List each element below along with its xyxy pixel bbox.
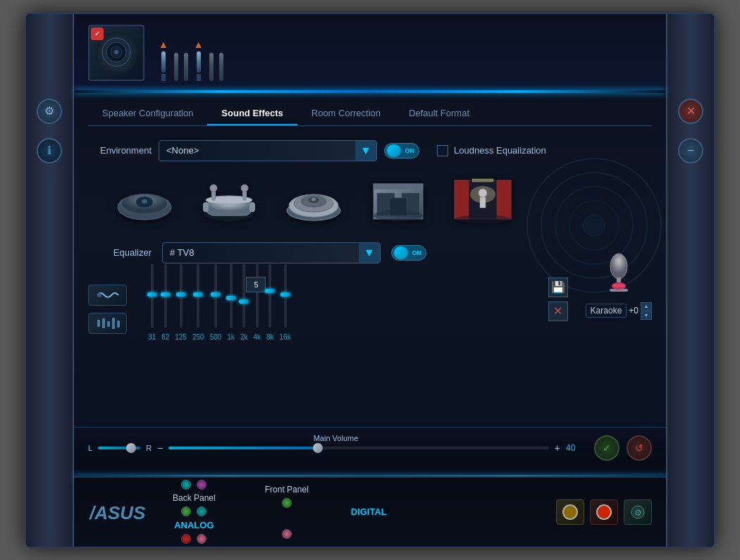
vol-slider-6[interactable] [219, 39, 223, 81]
eq-label-125: 125 [175, 333, 187, 341]
dot-teal-1 [181, 480, 191, 490]
environment-dropdown-arrow: ▼ [355, 141, 376, 161]
eq-track-8k [269, 264, 271, 328]
vol-reset-button[interactable]: ↺ [627, 435, 652, 461]
close-button[interactable]: ✕ [678, 99, 703, 124]
effect-room[interactable] [363, 172, 433, 228]
eq-guitar-btn[interactable] [88, 285, 127, 306]
svg-text:/ASUS: /ASUS [89, 502, 146, 523]
eq-band-16k[interactable]: 16k [280, 264, 291, 341]
info-button[interactable]: ℹ [37, 138, 62, 163]
eq-thumb-500 [211, 292, 221, 297]
br-btn-3[interactable]: ⚙ [624, 499, 652, 525]
vol-knob-1 [161, 51, 166, 73]
gear-button[interactable]: ⚙ [37, 99, 62, 124]
svg-point-28 [374, 210, 423, 221]
bottom-right-buttons: ⚙ [556, 499, 652, 525]
vol-knob-2 [174, 53, 178, 81]
tabs-bar: Speaker Configuration Sound Effects Room… [88, 102, 652, 126]
vol-slider-1[interactable]: ▲ [159, 39, 168, 81]
svg-point-22 [312, 198, 316, 201]
eq-band-250[interactable]: 250 [192, 264, 204, 341]
bottom-bar: /ASUS Back Panel ANALOG [74, 476, 666, 547]
vol-r-label: R [146, 444, 152, 452]
effect-plate[interactable] [278, 172, 349, 228]
eq-band-500[interactable]: 500 [210, 264, 222, 341]
dot-pink-2 [282, 529, 292, 539]
svg-rect-35 [472, 179, 493, 182]
svg-rect-42 [117, 321, 120, 328]
eq-delete-button[interactable]: ✕ [548, 301, 568, 321]
svg-rect-41 [112, 318, 115, 329]
vol-check-button[interactable]: ✓ [594, 435, 619, 461]
eq-track-62 [164, 264, 167, 328]
svg-point-36 [455, 215, 511, 223]
environment-dropdown[interactable]: <None> ▼ [159, 140, 377, 161]
vol-slider-5[interactable] [209, 39, 214, 81]
eq-band-8k[interactable]: 8k [266, 264, 274, 341]
karaoke-down-arrow[interactable]: ▼ [641, 311, 652, 320]
side-panel-right: ✕ − [666, 14, 714, 547]
eq-label-1k: 1k [227, 333, 235, 341]
vol-l-label: L [88, 444, 92, 452]
vol-slider-2[interactable] [174, 39, 178, 81]
eq-band-125[interactable]: 125 [175, 264, 187, 341]
vol-bottom-buttons: ✓ ↺ [594, 435, 652, 461]
effect-theater[interactable] [448, 172, 518, 228]
eq-label-250: 250 [192, 333, 204, 341]
eq-eq-btn[interactable] [88, 313, 127, 334]
eq-thumb-125 [176, 292, 186, 297]
eq-band-62[interactable]: 62 [161, 264, 169, 341]
eq-bands-container: 31 62 125 [148, 270, 538, 341]
back-panel-label: Back Panel [173, 493, 216, 503]
br-btn-1[interactable] [556, 499, 584, 525]
environment-value: <None> [166, 145, 199, 156]
br-btn-2[interactable] [590, 499, 618, 525]
vol-left-thumb[interactable] [126, 443, 136, 453]
svg-point-16 [241, 185, 248, 192]
vol-arrow-up-4: ▲ [194, 39, 204, 50]
tab-room-correction[interactable]: Room Correction [297, 102, 395, 125]
karaoke-stepper[interactable]: ▲ ▼ [641, 302, 652, 320]
eq-band-31[interactable]: 31 [148, 264, 156, 341]
dot-red-1 [181, 534, 191, 544]
environment-toggle-knob [387, 144, 401, 157]
vol-slider-3[interactable] [184, 39, 188, 81]
eq-bands: 31 62 125 [148, 270, 538, 341]
eq-track-2k [242, 264, 245, 328]
equalizer-dropdown[interactable]: # TV8 ▼ [162, 242, 381, 263]
dot-teal-2 [197, 506, 206, 516]
vol-value: 40 [566, 443, 584, 453]
analog-section: Back Panel ANALOG [173, 480, 216, 544]
eq-label-31: 31 [148, 333, 156, 341]
eq-band-4k[interactable]: 5 4k [253, 264, 261, 341]
analog-label: ANALOG [174, 520, 214, 530]
loudness-checkbox[interactable] [437, 145, 448, 156]
eq-band-1k[interactable]: 1k [227, 264, 235, 341]
eq-value-box: 5 [246, 277, 266, 292]
loudness-label: Loudness Equalization [454, 145, 546, 156]
effect-bathtub[interactable] [194, 172, 264, 228]
vol-main-bar[interactable] [168, 447, 549, 449]
loudness-checkbox-area: Loudness Equalization [437, 145, 546, 156]
speaker-icon [101, 37, 132, 68]
environment-toggle[interactable]: ON [384, 143, 419, 158]
tab-default-format[interactable]: Default Format [395, 102, 483, 125]
minimize-button[interactable]: − [678, 138, 703, 163]
tab-sound-effects[interactable]: Sound Effects [207, 102, 297, 125]
karaoke-label: Karaoke [586, 304, 627, 318]
tab-speaker-config[interactable]: Speaker Configuration [88, 102, 207, 125]
bot-dots-row [181, 534, 206, 544]
effect-stone[interactable] [109, 172, 180, 228]
equalizer-toggle[interactable]: ON [391, 245, 426, 261]
digital-section: DIGITAL [351, 506, 387, 517]
vol-slider-4[interactable]: ▲ [194, 39, 204, 81]
eq-save-button[interactable]: 💾 [548, 278, 568, 297]
karaoke-icon [598, 249, 640, 299]
karaoke-up-arrow[interactable]: ▲ [641, 302, 652, 311]
svg-point-3 [114, 50, 118, 54]
eq-band-2k[interactable]: 2k [240, 264, 248, 341]
svg-rect-24 [374, 184, 423, 189]
digital-label: DIGITAL [351, 506, 387, 517]
vol-main-thumb[interactable] [313, 443, 323, 453]
